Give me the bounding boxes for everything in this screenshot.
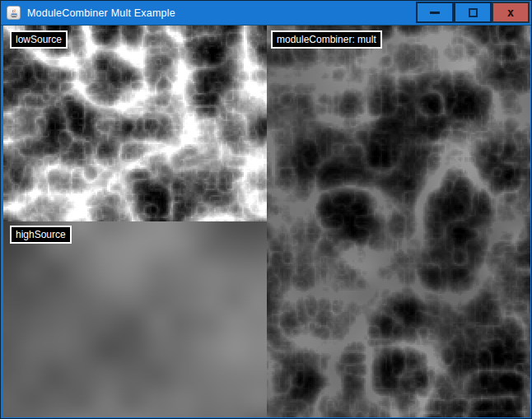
render-area: lowSource highSource moduleCombiner: mul… bbox=[3, 26, 530, 417]
panel-label-highsource: highSource bbox=[10, 226, 72, 244]
close-button[interactable]: x bbox=[492, 2, 530, 23]
minimize-button[interactable] bbox=[416, 2, 454, 23]
highsource-noise-canvas bbox=[3, 221, 267, 417]
lowsource-noise-canvas bbox=[3, 26, 267, 221]
app-window: ModuleCombiner Mult Example x lowSource … bbox=[0, 0, 532, 419]
window-controls: x bbox=[416, 2, 530, 23]
maximize-icon bbox=[469, 8, 478, 17]
mult-noise-canvas bbox=[267, 26, 530, 417]
maximize-button[interactable] bbox=[454, 2, 492, 23]
titlebar[interactable]: ModuleCombiner Mult Example x bbox=[1, 1, 531, 26]
window-title: ModuleCombiner Mult Example bbox=[27, 7, 175, 19]
panel-label-lowsource: lowSource bbox=[10, 30, 68, 49]
close-icon: x bbox=[507, 7, 514, 18]
minimize-icon bbox=[430, 12, 440, 14]
java-coffee-cup-glyph bbox=[9, 8, 19, 18]
panel-label-mult: moduleCombiner: mult bbox=[271, 30, 382, 49]
java-app-icon bbox=[7, 6, 21, 20]
